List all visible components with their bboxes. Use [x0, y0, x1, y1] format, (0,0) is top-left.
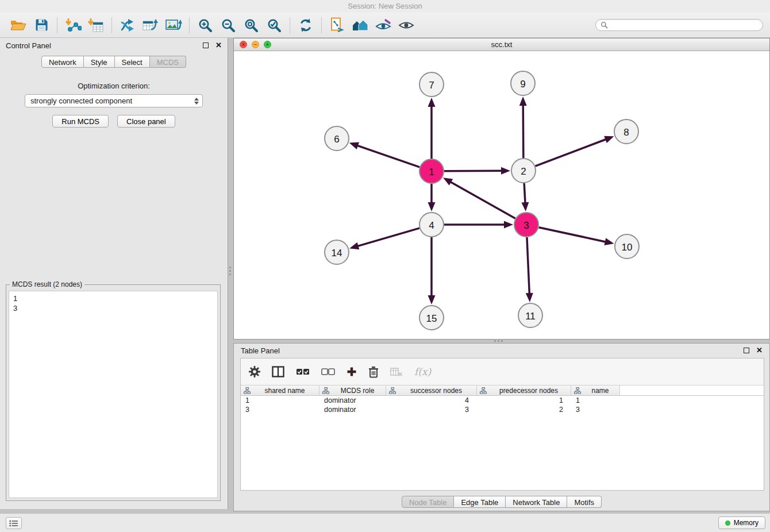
table-cell[interactable]: 3: [571, 406, 620, 414]
graph-edge-3-1[interactable]: [451, 182, 515, 219]
deselect-all-button[interactable]: [321, 368, 335, 376]
column-header-predecessor-nodes[interactable]: predecessor nodes: [477, 385, 571, 395]
zoom-in-button[interactable]: [194, 15, 217, 36]
table-cell[interactable]: 1: [241, 396, 319, 404]
tab-motifs[interactable]: Motifs: [567, 496, 602, 508]
table-cell[interactable]: 3: [241, 406, 319, 414]
table-settings-button[interactable]: [249, 366, 260, 377]
zoom-fit-icon: [244, 18, 259, 33]
graph-edge-2-8[interactable]: [536, 139, 606, 166]
delete-column-button[interactable]: [368, 366, 379, 378]
table-cell[interactable]: 2: [477, 406, 571, 414]
save-session-button[interactable]: [30, 15, 53, 36]
export-network-button[interactable]: [116, 15, 139, 36]
column-header-mcds-role[interactable]: MCDS role: [319, 385, 386, 395]
refresh-layout-button[interactable]: [294, 15, 317, 36]
graph-edge-4-14[interactable]: [357, 228, 419, 246]
window-zoom-icon[interactable]: +: [264, 41, 271, 48]
float-panel-icon[interactable]: [203, 43, 209, 48]
export-table-icon: [142, 18, 159, 33]
tab-style[interactable]: Style: [84, 56, 115, 68]
graph-edge-arrow: [428, 202, 436, 211]
tab-network-table[interactable]: Network Table: [506, 496, 567, 508]
eye-icon: [398, 19, 414, 32]
graph-node-label-8: 8: [623, 127, 629, 138]
function-builder-button[interactable]: f(x): [414, 366, 431, 377]
window-minimize-icon[interactable]: −: [252, 41, 259, 48]
vertical-splitter-grip[interactable]: [229, 267, 231, 268]
home-button[interactable]: [349, 15, 372, 36]
graph-edge-1-2[interactable]: [444, 171, 502, 171]
table-panel-header: Table Panel ✕: [234, 344, 769, 357]
graph-node-label-2: 2: [521, 166, 526, 177]
table-cell[interactable]: 3: [386, 406, 477, 414]
graph-node-label-6: 6: [334, 134, 339, 145]
tab-select[interactable]: Select: [115, 56, 150, 68]
network-canvas[interactable]: 7968124314101511: [234, 51, 769, 339]
network-overview-button[interactable]: [326, 15, 349, 36]
import-table-button[interactable]: [84, 15, 107, 36]
close-table-panel-icon[interactable]: ✕: [756, 348, 763, 353]
tab-network[interactable]: Network: [41, 56, 84, 68]
network-window-titlebar: × − + scc.txt: [234, 38, 769, 51]
float-table-panel-icon[interactable]: [744, 348, 749, 353]
search-box[interactable]: [595, 19, 763, 31]
delete-table-button[interactable]: [390, 367, 403, 377]
table-row[interactable]: 1dominator411: [241, 396, 764, 405]
add-column-button[interactable]: [346, 367, 357, 377]
graph-edge-3-10[interactable]: [538, 228, 605, 242]
zoom-selected-icon: [267, 18, 282, 33]
table-toolbar: f(x): [241, 358, 764, 385]
control-panel-tabs: NetworkStyleSelectMCDS: [0, 56, 228, 68]
toolbar-separator: [290, 17, 290, 33]
column-header-shared-name[interactable]: shared name: [241, 385, 319, 395]
split-view-button[interactable]: [272, 366, 284, 377]
column-header-name[interactable]: name: [571, 385, 620, 395]
table-cell[interactable]: dominator: [319, 406, 386, 414]
close-panel-icon[interactable]: ✕: [215, 43, 222, 48]
graph-node-label-7: 7: [429, 80, 434, 91]
graph-node-label-10: 10: [622, 242, 633, 253]
table-row[interactable]: 3dominator323: [241, 405, 764, 414]
memory-status-icon: [725, 521, 730, 526]
save-icon: [35, 18, 48, 32]
graph-edge-2-3[interactable]: [524, 183, 525, 203]
table-cell[interactable]: 1: [477, 396, 571, 404]
table-cell[interactable]: 1: [571, 396, 620, 404]
graph-edge-1-6[interactable]: [357, 145, 419, 167]
graph-edge-arrow: [605, 238, 614, 245]
graph-edge-2-9[interactable]: [523, 105, 523, 158]
open-session-button[interactable]: [7, 15, 30, 36]
criterion-select[interactable]: strongly connected component: [25, 94, 203, 107]
import-network-button[interactable]: [61, 15, 84, 36]
tab-mcds[interactable]: MCDS: [150, 56, 186, 68]
select-all-button[interactable]: [296, 368, 310, 376]
list-icon: [9, 520, 18, 527]
search-input[interactable]: [611, 21, 758, 29]
run-mcds-button[interactable]: Run MCDS: [52, 115, 109, 128]
close-panel-button[interactable]: Close panel: [117, 115, 175, 128]
paint-style-button[interactable]: [372, 15, 395, 36]
zoom-selected-button[interactable]: [263, 15, 286, 36]
network-graph: 7968124314101511: [234, 51, 769, 339]
tab-edge-table[interactable]: Edge Table: [454, 496, 506, 508]
window-close-icon[interactable]: ×: [240, 41, 247, 48]
tab-node-table[interactable]: Node Table: [402, 496, 455, 508]
show-details-button[interactable]: [395, 15, 418, 36]
zoom-out-button[interactable]: [217, 15, 240, 36]
export-table-button[interactable]: [139, 15, 162, 36]
control-panel-title: Control Panel: [6, 41, 51, 50]
export-image-button[interactable]: [162, 15, 185, 36]
task-history-button[interactable]: [6, 517, 22, 529]
zoom-fit-button[interactable]: [240, 15, 263, 36]
home-icon: [352, 18, 369, 32]
column-header-label: name: [583, 387, 617, 395]
table-cell[interactable]: 4: [386, 396, 477, 404]
column-header-successor-nodes[interactable]: successor nodes: [386, 385, 477, 395]
horizontal-splitter-grip[interactable]: [494, 340, 496, 342]
app-titlebar: Session: New Session: [0, 0, 770, 13]
memory-button[interactable]: Memory: [718, 516, 765, 529]
plus-icon: [346, 367, 357, 377]
table-cell[interactable]: dominator: [319, 396, 386, 404]
graph-edge-3-11[interactable]: [527, 237, 529, 294]
